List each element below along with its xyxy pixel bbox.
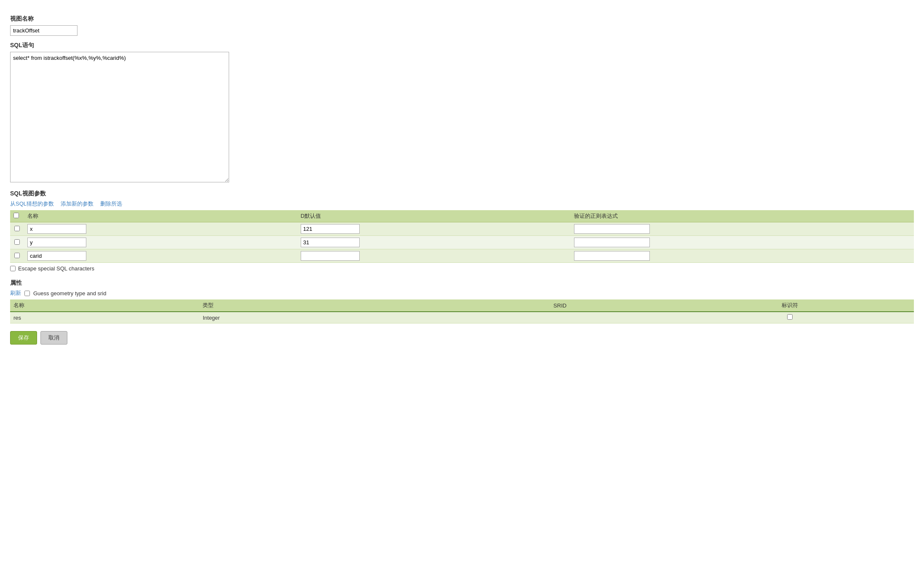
attr-col-type: 类型: [199, 299, 454, 312]
params-name-input-0[interactable]: [27, 224, 86, 234]
attr-srid-0: [454, 312, 666, 323]
view-name-label: 视图名称: [10, 15, 914, 23]
params-regex-input-2[interactable]: [574, 251, 650, 261]
escape-sql-label: Escape special SQL characters: [18, 265, 94, 272]
params-default-input-1[interactable]: [301, 238, 360, 247]
add-new-param-link[interactable]: 添加新的参数: [61, 200, 93, 208]
attr-type-0: Integer: [199, 312, 454, 323]
sql-textarea[interactable]: select* from istrackoffset(%x%,%y%,%cari…: [10, 52, 229, 182]
sql-params-section-label: SQL视图参数: [10, 190, 914, 198]
params-table: 名称 D默认值 验证的正则表达式: [10, 210, 914, 263]
attr-identifier-checkbox-0[interactable]: [787, 314, 793, 320]
attr-col-name: 名称: [10, 299, 199, 312]
params-select-all-checkbox[interactable]: [13, 213, 19, 218]
params-name-input-1[interactable]: [27, 238, 86, 247]
delete-selected-link[interactable]: 删除所选: [100, 200, 122, 208]
params-col-default: D默认值: [297, 210, 571, 222]
save-button[interactable]: 保存: [10, 331, 37, 345]
view-name-input[interactable]: [10, 25, 77, 36]
attr-table: 名称 类型 SRID 标识符 res Integer: [10, 299, 914, 323]
params-row-2: [10, 249, 914, 263]
attr-identifier-0: [666, 312, 914, 323]
escape-sql-checkbox[interactable]: [10, 266, 16, 271]
params-row-checkbox-0[interactable]: [14, 226, 20, 231]
cancel-button[interactable]: 取消: [40, 331, 67, 345]
params-col-regex: 验证的正则表达式: [571, 210, 914, 222]
attr-col-srid: SRID: [454, 299, 666, 312]
params-default-input-0[interactable]: [301, 224, 360, 234]
sql-label: SQL语句: [10, 42, 914, 49]
guess-params-link[interactable]: 从SQL猜想的参数: [10, 200, 54, 208]
params-regex-input-0[interactable]: [574, 224, 650, 234]
attr-row-0: res Integer: [10, 312, 914, 323]
params-default-input-2[interactable]: [301, 251, 360, 261]
params-regex-input-1[interactable]: [574, 238, 650, 247]
attributes-section-label: 属性: [10, 279, 914, 287]
guess-geometry-checkbox[interactable]: [24, 291, 30, 296]
params-row-1: [10, 236, 914, 249]
params-name-input-2[interactable]: [27, 251, 86, 261]
attr-col-identifier: 标识符: [666, 299, 914, 312]
params-row-checkbox-2[interactable]: [14, 253, 20, 258]
attr-name-0: res: [10, 312, 199, 323]
params-row-0: [10, 222, 914, 236]
params-row-checkbox-1[interactable]: [14, 239, 20, 245]
refresh-link[interactable]: 刷新: [10, 289, 21, 297]
params-col-name: 名称: [24, 210, 297, 222]
guess-geometry-label: Guess geometry type and srid: [33, 290, 106, 297]
